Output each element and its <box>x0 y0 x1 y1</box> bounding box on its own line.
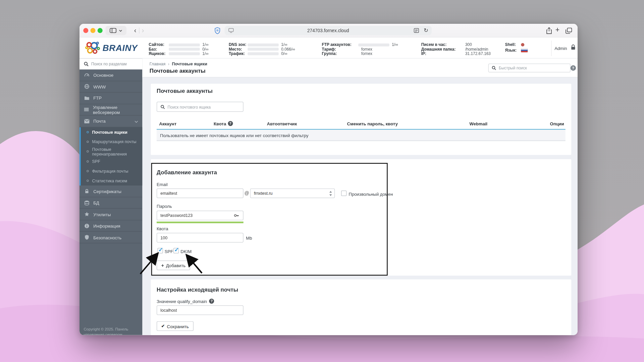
brainy-logo[interactable]: BRAINY <box>85 41 138 55</box>
close-window-button[interactable] <box>83 28 88 33</box>
stat-value: 0/∞ <box>281 52 287 56</box>
submenu-item-mailboxes[interactable]: Почтовые ящики <box>81 127 143 137</box>
stat-value: fornex <box>361 52 372 56</box>
stats-column-sites: Сайтов:1/∞ Баз:0/∞ Ящиков:1/∞ <box>149 43 208 56</box>
column-header-quota[interactable]: Квота? <box>214 121 233 126</box>
sidebar-item-databases[interactable]: БД <box>79 197 143 208</box>
gauge-icon <box>84 72 90 78</box>
folder-icon <box>84 95 90 101</box>
stat-label: Место: <box>229 47 248 52</box>
brainy-logo-icon <box>85 41 101 55</box>
breadcrumb-separator-icon: › <box>168 62 169 66</box>
sidebar-item-security[interactable]: Безопасность <box>79 232 143 243</box>
stat-value: 1/∞ <box>392 43 398 47</box>
column-header-options[interactable]: Опции <box>550 121 564 126</box>
stat-label: Писем в час: <box>421 43 465 47</box>
search-icon <box>84 61 89 66</box>
new-tab-icon[interactable]: + <box>555 26 559 34</box>
stat-value: 1/∞ <box>202 43 208 47</box>
reload-icon[interactable]: ↻ <box>424 27 428 34</box>
brand-name: BRAINY <box>103 43 138 53</box>
sidebar-item-mail[interactable]: Почта <box>79 116 143 127</box>
sidebar-item-main[interactable]: Основное <box>79 69 143 81</box>
page-title: Почтовые аккаунты <box>150 68 206 74</box>
submenu-item-filtering[interactable]: Фильтрация почты <box>81 166 143 176</box>
qualify-domain-label: Значение qualify_domain <box>157 299 207 304</box>
sidebar-search-input[interactable] <box>91 62 133 66</box>
page-header: Главная › Почтовые ящики Почтовые аккаун… <box>143 59 578 77</box>
zoom-window-button[interactable] <box>98 28 103 33</box>
url-text: 274703.fornex.cloud <box>225 28 432 33</box>
mailbox-search-input[interactable] <box>168 105 240 109</box>
forward-button[interactable]: › <box>139 26 147 35</box>
sidebar-item-www[interactable]: WWW <box>79 81 143 93</box>
stat-label: IP: <box>421 52 465 56</box>
empty-message: Пользователь не имеет почтовых ящиков ил… <box>160 132 308 137</box>
card-title: Почтовые аккаунты <box>157 88 213 94</box>
save-button[interactable]: ✔ Сохранить <box>157 321 193 331</box>
sidebar-toggle-button[interactable] <box>106 26 127 35</box>
submenu-item-routing[interactable]: Маршрутизация почты <box>81 137 143 146</box>
help-icon[interactable]: ? <box>571 65 576 71</box>
submenu-item-mail-stats[interactable]: Статистика писем <box>81 176 143 186</box>
annotation-arrows <box>136 247 278 285</box>
minimize-window-button[interactable] <box>91 28 96 33</box>
stat-value: /home/admin <box>465 47 488 52</box>
quick-search-input[interactable] <box>499 66 567 70</box>
help-icon[interactable]: ? <box>209 299 214 304</box>
address-bar[interactable]: 274703.fornex.cloud ↻ <box>225 26 432 35</box>
tab-overview-icon[interactable] <box>566 27 572 34</box>
column-header-webmail[interactable]: Webmail <box>470 121 488 126</box>
breadcrumb-current: Почтовые ящики <box>172 62 207 66</box>
column-header-account[interactable]: Аккаунт <box>159 121 177 126</box>
outgoing-mail-card: Настройка исходящей почты Значение quali… <box>151 280 572 335</box>
column-header-change-password[interactable]: Сменить пароль, квоту <box>347 121 398 126</box>
stat-label: DNS зон: <box>229 43 248 47</box>
lock-icon[interactable] <box>571 44 576 50</box>
bullet-icon <box>87 141 89 143</box>
translate-icon[interactable] <box>414 28 419 33</box>
sidebar-item-utilities[interactable]: Утилиты <box>79 209 143 220</box>
usage-bar <box>169 43 200 46</box>
sidebar-item-webserver[interactable]: Управление вебсервером <box>79 104 143 115</box>
stat-value: 0/∞ <box>202 47 208 52</box>
stat-label: Сайтов: <box>149 43 169 47</box>
quick-search[interactable] <box>488 64 571 72</box>
help-icon[interactable]: ? <box>228 121 233 126</box>
stat-label: FTP аккаунтов: <box>322 43 359 47</box>
globe-icon <box>84 84 90 89</box>
sidebar-item-information[interactable]: Информация <box>79 220 143 232</box>
back-button[interactable]: ‹ <box>131 26 139 35</box>
sidebar-item-certificates[interactable]: Сертификаты <box>79 186 143 197</box>
stat-value: 1/∞ <box>202 52 208 56</box>
mail-accounts-card: Почтовые аккаунты Аккаунт Квота? Автоотв… <box>151 84 572 155</box>
search-icon <box>492 66 496 70</box>
usage-bar <box>248 52 279 55</box>
stat-label: Группа: <box>322 52 359 56</box>
share-icon[interactable] <box>546 27 552 34</box>
sidebar-search[interactable] <box>79 59 143 70</box>
breadcrumb: Главная › Почтовые ящики <box>150 62 207 66</box>
mailbox-search[interactable] <box>157 102 244 112</box>
stat-label: Язык: <box>505 48 521 52</box>
stat-value: 1/∞ <box>281 43 287 47</box>
column-header-autoresponder[interactable]: Автоответчик <box>267 121 297 126</box>
admin-user-label[interactable]: Admin <box>554 46 567 51</box>
browser-chrome: ‹ › 274703.fornex.cloud ↻ <box>79 24 578 38</box>
stat-value: fornex <box>361 47 372 52</box>
bullet-icon <box>87 160 89 162</box>
breadcrumb-home[interactable]: Главная <box>150 62 166 66</box>
stat-label: Тариф: <box>322 47 359 52</box>
sidebar: Основное WWW FTP Управление вебсервером … <box>79 59 143 335</box>
submenu-item-forwarding[interactable]: Почтовые перенаправления <box>81 146 143 156</box>
usage-bar <box>248 48 279 51</box>
submenu-item-spf[interactable]: SPF <box>81 156 143 166</box>
shield-extension-icon[interactable] <box>215 27 221 34</box>
language-flag-icon[interactable] <box>521 48 528 52</box>
stat-value: 300 <box>465 43 472 47</box>
empty-table-row: Пользователь не имеет почтовых ящиков ил… <box>157 130 566 141</box>
qualify-domain-field[interactable] <box>157 305 244 315</box>
star-icon <box>84 212 90 217</box>
sidebar-item-ftp[interactable]: FTP <box>79 93 143 104</box>
content: Почтовые аккаунты Аккаунт Квота? Автоотв… <box>143 77 578 335</box>
